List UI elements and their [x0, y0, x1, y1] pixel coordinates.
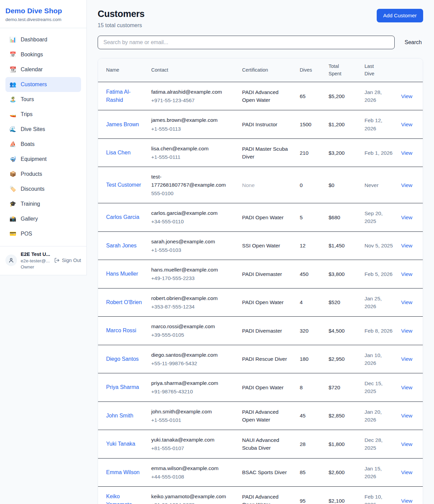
customer-name-link[interactable]: Priya Sharma	[106, 384, 139, 390]
customer-email: fatima.alrashid@example.com	[151, 88, 234, 96]
customer-phone: +1-555-0113	[151, 125, 234, 133]
search-input[interactable]	[98, 36, 395, 49]
table-row: Carlos Garcia carlos.garcia@example.com …	[98, 203, 423, 232]
column-header-dives: Dives	[296, 58, 324, 82]
customer-name-link[interactable]: Yuki Tanaka	[106, 441, 135, 447]
customer-name-link[interactable]: John Smith	[106, 413, 133, 418]
sidebar-item-equipment[interactable]: 🤿 Equipment	[5, 152, 81, 167]
view-link[interactable]: View	[401, 469, 412, 475]
customer-email: emma.wilson@example.com	[151, 464, 234, 472]
user-info: E2E Test U... e2e-tester@... Owner	[21, 251, 51, 269]
customer-last-dive: Dec 28, 2025	[360, 430, 397, 459]
customer-certification: PADI Open Water	[238, 203, 296, 232]
customer-dives: 4	[296, 288, 324, 317]
sidebar-item-label: Training	[21, 200, 40, 208]
view-link[interactable]: View	[401, 356, 412, 362]
customer-dives: 450	[296, 260, 324, 288]
sign-out-button[interactable]: Sign Out	[54, 258, 81, 263]
customer-name-link[interactable]: Carlos Garcia	[106, 214, 139, 220]
view-link[interactable]: View	[401, 122, 412, 127]
column-header-certification: Certification	[238, 58, 296, 82]
customer-email: test-1772681807767@example.com	[151, 173, 234, 189]
view-link[interactable]: View	[401, 93, 412, 99]
customer-email: marco.rossi@example.com	[151, 322, 234, 330]
sidebar-item-pos[interactable]: 💳 POS	[5, 226, 81, 241]
customer-name-link[interactable]: Lisa Chen	[106, 150, 131, 155]
customer-last-dive: Feb 12, 2026	[360, 110, 397, 139]
customer-certification: PADI Open Water	[238, 373, 296, 402]
sign-out-icon	[54, 258, 60, 263]
customer-name-link[interactable]: Emma Wilson	[106, 469, 140, 475]
view-link[interactable]: View	[401, 299, 412, 305]
sidebar-item-discounts[interactable]: 🏷️ Discounts	[5, 182, 81, 197]
view-link[interactable]: View	[401, 328, 412, 334]
view-link[interactable]: View	[401, 182, 412, 188]
sidebar-item-trips[interactable]: 🚤 Trips	[5, 107, 81, 122]
diving-mask-icon: 🤿	[9, 155, 16, 163]
customer-last-dive: Jan 15, 2026	[360, 458, 397, 487]
sidebar-item-label: Discounts	[21, 185, 44, 193]
sidebar-item-gallery[interactable]: 📸 Gallery	[5, 211, 81, 226]
sidebar-item-products[interactable]: 📦 Products	[5, 167, 81, 182]
view-link[interactable]: View	[401, 243, 412, 248]
customer-certification: BSAC Sports Diver	[238, 458, 296, 487]
page-title: Customers	[98, 9, 144, 19]
view-link[interactable]: View	[401, 214, 412, 220]
customer-name-link[interactable]: Robert O'Brien	[106, 299, 142, 305]
shop-domain: demo.test.divestreams.com	[5, 17, 81, 22]
sidebar-item-boats[interactable]: ⛵ Boats	[5, 137, 81, 152]
customer-email: yuki.tanaka@example.com	[151, 436, 234, 444]
camera-icon: 📸	[9, 215, 16, 223]
view-link[interactable]: View	[401, 150, 412, 156]
customer-name-link[interactable]: Diego Santos	[106, 356, 139, 362]
customer-dives: 8	[296, 373, 324, 402]
page-heading-group: Customers 15 total customers	[98, 9, 144, 29]
customer-certification: PADI Open Water	[238, 288, 296, 317]
sidebar-item-bookings[interactable]: 📅 Bookings	[5, 47, 81, 62]
sidebar-item-training[interactable]: 🎓 Training	[5, 197, 81, 211]
tear-off-calendar-icon: 📆	[9, 66, 16, 74]
customer-name-link[interactable]: Keiko Yamamoto	[106, 493, 132, 504]
sidebar-item-label: Equipment	[21, 155, 47, 163]
sidebar-item-tours[interactable]: 🏝️ Tours	[5, 92, 81, 107]
customer-name-link[interactable]: James Brown	[106, 122, 139, 127]
view-link[interactable]: View	[401, 498, 412, 504]
customer-dives: 5	[296, 203, 324, 232]
customer-last-dive: Nov 5, 2025	[360, 231, 397, 260]
table-row: Diego Santos diego.santos@example.com +5…	[98, 345, 423, 373]
column-header-actions	[397, 58, 423, 82]
view-link[interactable]: View	[401, 271, 412, 277]
customer-total-spent: $2,600	[324, 458, 360, 487]
search-button[interactable]: Search	[403, 37, 423, 48]
customer-dives: 0	[296, 167, 324, 203]
sidebar-item-label: Boats	[21, 140, 35, 148]
sign-out-label: Sign Out	[62, 258, 81, 263]
view-link[interactable]: View	[401, 441, 412, 447]
sidebar-item-calendar[interactable]: 📆 Calendar	[5, 62, 81, 77]
customer-total-spent: $520	[324, 288, 360, 317]
column-header-total-spent: Total Spent	[324, 58, 360, 82]
sidebar-item-customers[interactable]: 👥 Customers	[5, 77, 81, 92]
sidebar-item-dashboard[interactable]: 📊 Dashboard	[5, 32, 81, 47]
table-row: John Smith john.smith@example.com +1-555…	[98, 402, 423, 430]
customer-total-spent: $3,800	[324, 260, 360, 288]
add-customer-button[interactable]: Add Customer	[377, 9, 423, 22]
sidebar-item-dive-sites[interactable]: 🌊 Dive Sites	[5, 122, 81, 137]
customer-name-link[interactable]: Fatima Al-Rashid	[106, 89, 131, 103]
customer-phone: +353-87-555-1234	[151, 303, 234, 311]
customer-name-link[interactable]: Test Customer	[106, 182, 141, 188]
customer-total-spent: $1,200	[324, 110, 360, 139]
customer-dives: 45	[296, 402, 324, 430]
view-link[interactable]: View	[401, 385, 412, 390]
customer-name-link[interactable]: Hans Mueller	[106, 271, 138, 277]
view-link[interactable]: View	[401, 413, 412, 418]
customer-total-spent: $2,950	[324, 345, 360, 373]
customer-dives: 180	[296, 345, 324, 373]
customer-certification: None	[238, 167, 296, 203]
customer-name-link[interactable]: Marco Rossi	[106, 328, 136, 333]
label-icon: 🏷️	[9, 185, 16, 193]
sidebar: Demo Dive Shop demo.test.divestreams.com…	[0, 0, 87, 275]
page-header: Customers 15 total customers Add Custome…	[98, 9, 423, 29]
customer-last-dive: Jan 28, 2026	[360, 82, 397, 110]
customer-name-link[interactable]: Sarah Jones	[106, 243, 137, 248]
